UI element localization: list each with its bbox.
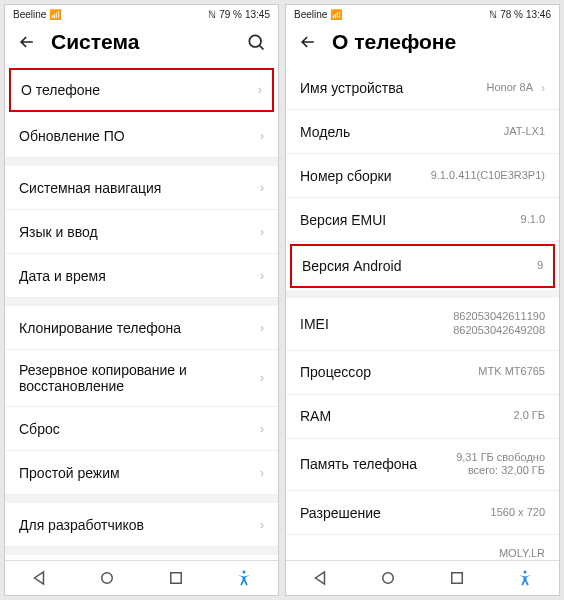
chevron-right-icon: ›	[260, 321, 264, 335]
list-item[interactable]: Память телефона9,31 ГБ свободно всего: 3…	[286, 439, 559, 492]
list-item[interactable]: МодельJAT-LX1	[286, 110, 559, 154]
time-label: 13:46	[526, 9, 551, 20]
row-label: Язык и ввод	[19, 224, 252, 240]
row-label: Номер сборки	[300, 168, 431, 184]
list-item[interactable]: Для разработчиков›	[5, 503, 278, 547]
row-value: 9,31 ГБ свободно всего: 32,00 ГБ	[456, 451, 545, 479]
row-value: Honor 8A	[487, 81, 533, 95]
search-icon[interactable]	[246, 32, 266, 52]
back-icon[interactable]	[17, 32, 37, 52]
chevron-right-icon: ›	[260, 225, 264, 239]
row-label: Версия EMUI	[300, 212, 521, 228]
status-bar: Beeline 📶 ℕ 79 % 13:45	[5, 5, 278, 22]
svg-rect-2	[170, 573, 181, 584]
back-icon[interactable]	[298, 32, 318, 52]
svg-point-3	[242, 571, 245, 574]
list-item[interactable]: Прошивка модуля связиMOLY.LR 12A.R2.T C3…	[286, 535, 559, 560]
row-value: 9.1.0	[521, 213, 545, 227]
nav-accessibility-icon[interactable]	[516, 569, 534, 587]
section-gap	[5, 547, 278, 555]
list-item[interactable]: Версия Android9	[290, 244, 555, 288]
svg-point-6	[523, 571, 526, 574]
list-item[interactable]: Резервное копирование и восстановление›	[5, 350, 278, 407]
row-label: Системная навигация	[19, 180, 252, 196]
row-value: 862053042611190 862053042649208	[453, 310, 545, 338]
svg-point-1	[102, 573, 113, 584]
nav-bar	[286, 560, 559, 595]
nav-accessibility-icon[interactable]	[235, 569, 253, 587]
chevron-right-icon: ›	[260, 422, 264, 436]
list-item[interactable]: IMEI862053042611190 862053042649208	[286, 298, 559, 351]
screen-system: Beeline 📶 ℕ 79 % 13:45 Система О телефон…	[4, 4, 279, 596]
about-list: Имя устройстваHonor 8A›МодельJAT-LX1Номе…	[286, 66, 559, 560]
row-label: Версия Android	[302, 258, 537, 274]
row-label: Дата и время	[19, 268, 252, 284]
chevron-right-icon: ›	[260, 466, 264, 480]
list-item[interactable]: Версия EMUI9.1.0	[286, 198, 559, 242]
nfc-icon: ℕ	[208, 9, 216, 20]
page-title: О телефоне	[332, 30, 547, 54]
svg-point-0	[249, 35, 261, 47]
row-value: 9.1.0.411(C10E3R3P1)	[431, 169, 545, 183]
signal-icon: 📶	[330, 9, 342, 20]
list-item[interactable]: ПроцессорMTK MT6765	[286, 351, 559, 395]
screen-about-phone: Beeline 📶 ℕ 78 % 13:46 О телефоне Имя ус…	[285, 4, 560, 596]
nav-recent-icon[interactable]	[448, 569, 466, 587]
header: О телефоне	[286, 22, 559, 66]
list-item[interactable]: Простой режим›	[5, 451, 278, 495]
nfc-icon: ℕ	[489, 9, 497, 20]
row-label: Резервное копирование и восстановление	[19, 362, 252, 394]
svg-point-4	[383, 573, 394, 584]
list-item[interactable]: Дата и время›	[5, 254, 278, 298]
row-value: 2,0 ГБ	[513, 409, 545, 423]
nav-home-icon[interactable]	[379, 569, 397, 587]
list-item[interactable]: Сброс›	[5, 407, 278, 451]
list-item[interactable]: Язык и ввод›	[5, 210, 278, 254]
carrier-label: Beeline	[13, 9, 46, 20]
list-item[interactable]: Номер сборки9.1.0.411(C10E3R3P1)	[286, 154, 559, 198]
battery-label: 79 %	[219, 9, 242, 20]
row-value: JAT-LX1	[504, 125, 545, 139]
status-bar: Beeline 📶 ℕ 78 % 13:46	[286, 5, 559, 22]
row-value: 1560 x 720	[491, 506, 545, 520]
row-label: Память телефона	[300, 456, 456, 472]
nav-back-icon[interactable]	[30, 569, 48, 587]
list-item[interactable]: Имя устройстваHonor 8A›	[286, 66, 559, 110]
row-label: Сброс	[19, 421, 252, 437]
list-item[interactable]: Клонирование телефона›	[5, 306, 278, 350]
list-item[interactable]: Обновление ПО›	[5, 114, 278, 158]
nav-recent-icon[interactable]	[167, 569, 185, 587]
row-value: MTK MT6765	[478, 365, 545, 379]
row-label: RAM	[300, 408, 513, 424]
nav-back-icon[interactable]	[311, 569, 329, 587]
chevron-right-icon: ›	[260, 181, 264, 195]
list-item[interactable]: Системная навигация›	[5, 166, 278, 210]
section-gap	[286, 290, 559, 298]
chevron-right-icon: ›	[258, 83, 262, 97]
row-value: 9	[537, 259, 543, 273]
svg-rect-5	[451, 573, 462, 584]
nav-home-icon[interactable]	[98, 569, 116, 587]
row-label: Имя устройства	[300, 80, 487, 96]
time-label: 13:45	[245, 9, 270, 20]
signal-icon: 📶	[49, 9, 61, 20]
chevron-right-icon: ›	[260, 371, 264, 385]
page-title: Система	[51, 30, 232, 54]
row-label: Процессор	[300, 364, 478, 380]
row-label: Модель	[300, 124, 504, 140]
nav-bar	[5, 560, 278, 595]
chevron-right-icon: ›	[260, 518, 264, 532]
carrier-label: Beeline	[294, 9, 327, 20]
row-label: Разрешение	[300, 505, 491, 521]
battery-label: 78 %	[500, 9, 523, 20]
chevron-right-icon: ›	[541, 81, 545, 95]
section-gap	[5, 495, 278, 503]
row-label: IMEI	[300, 316, 453, 332]
chevron-right-icon: ›	[260, 269, 264, 283]
row-label: Для разработчиков	[19, 517, 252, 533]
row-label: Обновление ПО	[19, 128, 252, 144]
row-label: О телефоне	[21, 82, 250, 98]
list-item[interactable]: О телефоне›	[9, 68, 274, 112]
list-item[interactable]: RAM2,0 ГБ	[286, 395, 559, 439]
list-item[interactable]: Разрешение1560 x 720	[286, 491, 559, 535]
